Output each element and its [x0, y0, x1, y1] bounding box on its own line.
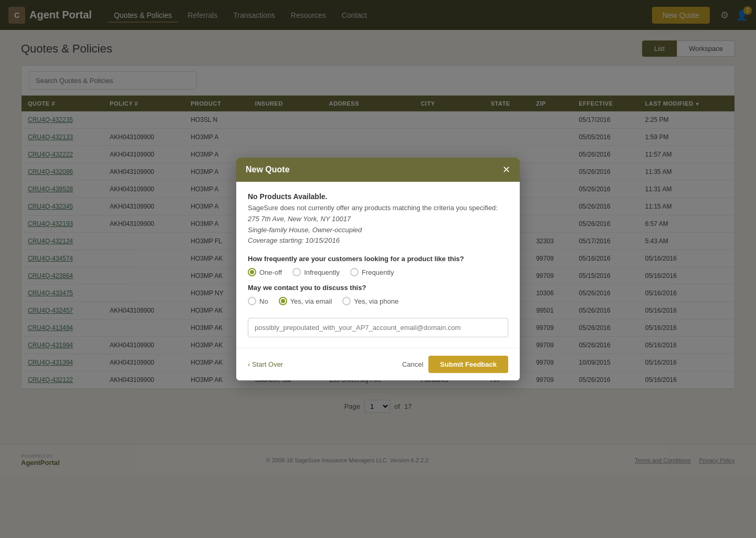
modal-footer: Start Over Cancel Submit Feedback [236, 348, 520, 380]
contact-radio-group: NoYes, via emailYes, via phone [248, 297, 508, 305]
modal-header: New Quote ✕ [236, 158, 520, 182]
modal-action-buttons: Cancel Submit Feedback [402, 356, 508, 373]
start-over-button[interactable]: Start Over [248, 360, 283, 368]
radio-circle [292, 268, 301, 276]
radio-circle [248, 268, 256, 276]
radio-circle [342, 297, 351, 305]
frequency-option-one-off[interactable]: One-off [248, 268, 282, 276]
modal-body: No Products Available. SageSure does not… [236, 182, 520, 348]
address-info: 275 7th Ave, New York, NY 10017 Single-f… [248, 214, 508, 246]
contact-option-email[interactable]: Yes, via email [279, 297, 332, 305]
contact-option-no[interactable]: No [248, 297, 268, 305]
no-products-description: SageSure does not currently offer any pr… [248, 204, 508, 212]
new-quote-modal: New Quote ✕ No Products Available. SageS… [236, 158, 520, 380]
frequency-radio-group: One-offInfrequentlyFrequently [248, 268, 508, 276]
address-line1: 275 7th Ave, New York, NY 10017 [248, 214, 508, 225]
no-products-heading: No Products Available. [248, 192, 508, 201]
radio-circle [350, 268, 359, 276]
contact-question: May we contact you to discuss this? [248, 284, 508, 292]
address-line2: Single-family House, Owner-occupied [248, 225, 508, 236]
frequency-question: How frequently are your customers lookin… [248, 255, 508, 263]
frequency-option-infrequently[interactable]: Infrequently [292, 268, 340, 276]
radio-circle [279, 297, 287, 305]
email-input[interactable]: possibly_prepoulated_with_your_AP7_accou… [248, 318, 508, 337]
modal-overlay: New Quote ✕ No Products Available. SageS… [0, 0, 756, 538]
address-line3: Coverage starting: 10/15/2016 [248, 235, 508, 246]
cancel-button[interactable]: Cancel [402, 360, 423, 368]
frequency-option-frequently[interactable]: Frequently [350, 268, 394, 276]
contact-option-phone[interactable]: Yes, via phone [342, 297, 398, 305]
radio-circle [248, 297, 256, 305]
modal-close-button[interactable]: ✕ [502, 165, 510, 174]
submit-feedback-button[interactable]: Submit Feedback [428, 356, 508, 373]
modal-title: New Quote [246, 165, 290, 174]
